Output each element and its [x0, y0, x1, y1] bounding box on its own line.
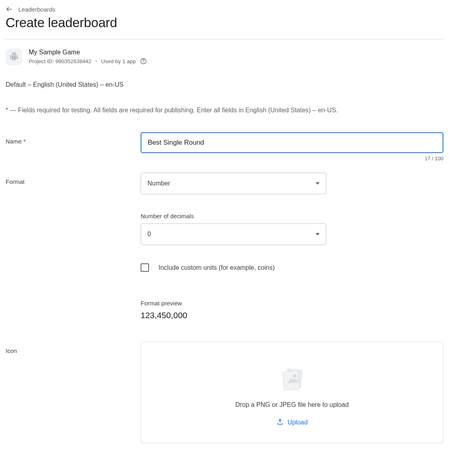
custom-units-label: Include custom units (for example, coins… — [159, 264, 275, 271]
files-icon — [278, 366, 306, 394]
chevron-down-icon — [316, 182, 320, 185]
divider — [5, 39, 444, 40]
chevron-down-icon — [316, 233, 320, 235]
icon-dropzone[interactable]: Drop a PNG or JPEG file here to upload U… — [141, 342, 443, 443]
arrow-left-icon[interactable] — [6, 6, 13, 13]
format-preview-value: 123,450,000 — [141, 311, 443, 320]
project-id: Project ID: 990352638442 — [29, 58, 91, 64]
required-fields-hint: * — Fields required for testing. All fie… — [6, 107, 443, 114]
format-label: Format — [6, 173, 141, 185]
separator-dot — [95, 60, 97, 62]
upload-icon — [276, 418, 284, 427]
format-preview-label: Format preview — [141, 300, 443, 307]
name-label: Name * — [6, 132, 141, 145]
dropzone-text: Drop a PNG or JPEG file here to upload — [235, 401, 349, 408]
breadcrumb[interactable]: Leaderboards — [6, 6, 443, 13]
svg-point-2 — [143, 62, 143, 63]
name-counter: 17 / 100 — [141, 155, 443, 161]
upload-button[interactable]: Upload — [276, 418, 308, 427]
android-icon — [6, 48, 22, 65]
page-title: Create leaderboard — [6, 15, 443, 30]
name-input[interactable] — [141, 132, 443, 153]
custom-units-checkbox[interactable] — [141, 263, 149, 272]
icon-label: Icon — [6, 342, 141, 354]
decimals-select[interactable]: 0 — [141, 223, 326, 245]
breadcrumb-label[interactable]: Leaderboards — [18, 6, 56, 13]
format-select[interactable]: Number — [141, 173, 326, 194]
project-header: My Sample Game Project ID: 990352638442 … — [6, 48, 443, 65]
decimals-label: Number of decimals — [141, 213, 443, 219]
format-value: Number — [147, 180, 170, 187]
locale-text: Default – English (United States) – en-U… — [6, 81, 443, 88]
upload-label: Upload — [288, 419, 308, 426]
decimals-value: 0 — [147, 231, 151, 238]
project-name: My Sample Game — [29, 49, 147, 56]
project-usage: Used by 1 app — [101, 58, 136, 64]
help-icon[interactable] — [140, 58, 147, 65]
